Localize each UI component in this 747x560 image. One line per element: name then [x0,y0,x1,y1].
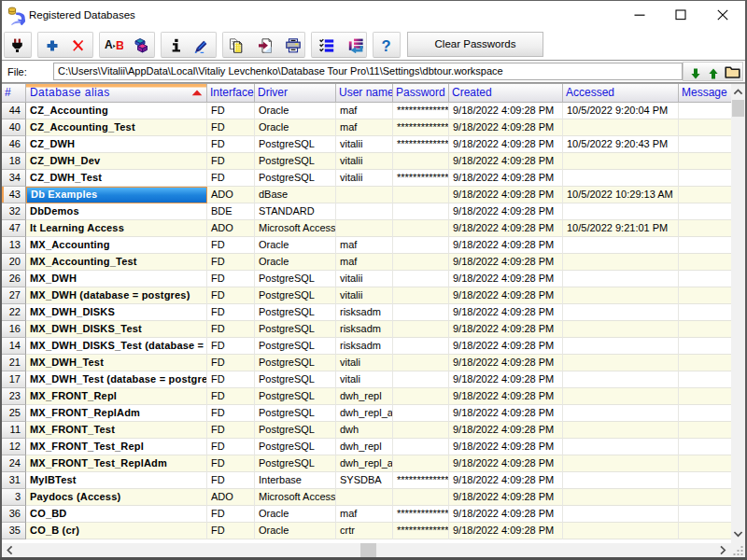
svg-text:?: ? [382,38,391,53]
svg-text:A: A [105,38,113,51]
svg-text:B: B [116,39,123,52]
